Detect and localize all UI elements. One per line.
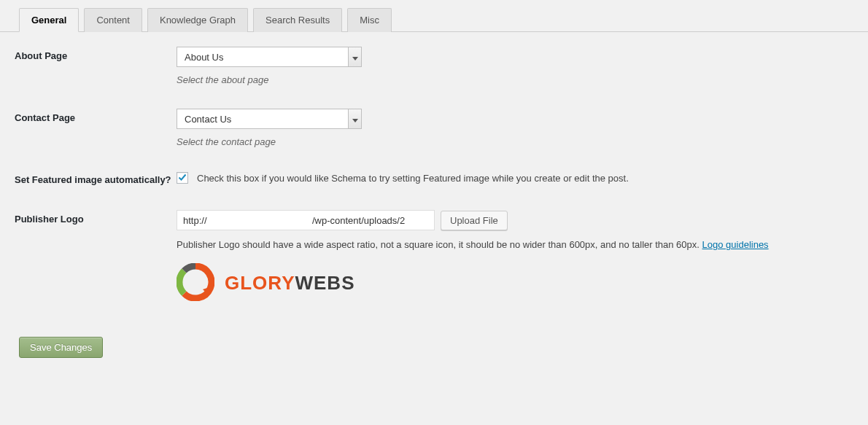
about-page-label: About Page	[15, 47, 177, 63]
contact-page-row: Contact Page Contact Us Select the conta…	[15, 109, 853, 147]
check-icon	[178, 173, 187, 184]
contact-page-dropdown-button[interactable]	[348, 109, 361, 128]
featured-image-description: Check this box if you would like Schema …	[197, 173, 629, 184]
caret-down-icon	[352, 52, 358, 63]
about-page-hint: Select the about page	[177, 74, 853, 85]
publisher-logo-preview: GLORYWEBS	[177, 263, 853, 303]
featured-image-row: Set Featured image automatically? Check …	[15, 171, 853, 187]
contact-page-value: Contact Us	[177, 109, 348, 128]
form-content: About Page About Us Select the about pag…	[0, 32, 868, 373]
tab-general[interactable]: General	[19, 8, 79, 32]
glorywebs-logo-text: GLORYWEBS	[225, 272, 354, 295]
glorywebs-logo-icon	[177, 263, 214, 303]
save-changes-button[interactable]: Save Changes	[19, 337, 103, 358]
about-page-value: About Us	[177, 47, 348, 66]
contact-page-label: Contact Page	[15, 109, 177, 125]
tab-knowledge-graph[interactable]: Knowledge Graph	[147, 8, 248, 32]
tabs: General Content Knowledge Graph Search R…	[0, 0, 868, 32]
about-page-row: About Page About Us Select the about pag…	[15, 47, 853, 85]
save-row: Save Changes	[15, 303, 853, 358]
featured-image-checkbox[interactable]	[177, 172, 188, 184]
tab-content[interactable]: Content	[84, 8, 142, 32]
featured-image-label: Set Featured image automatically?	[15, 171, 177, 187]
publisher-logo-row: Publisher Logo Upload File Publisher Log…	[15, 210, 853, 303]
contact-page-select[interactable]: Contact Us	[177, 109, 362, 129]
publisher-logo-label: Publisher Logo	[15, 210, 177, 226]
caret-down-icon	[352, 114, 358, 125]
tab-misc[interactable]: Misc	[347, 8, 392, 32]
about-page-dropdown-button[interactable]	[348, 47, 361, 66]
contact-page-hint: Select the contact page	[177, 136, 853, 147]
publisher-logo-description: Publisher Logo should have a wide aspect…	[177, 239, 853, 250]
publisher-logo-url-input[interactable]	[177, 210, 435, 230]
about-page-select[interactable]: About Us	[177, 47, 362, 67]
upload-file-button[interactable]: Upload File	[441, 211, 508, 230]
tab-search-results[interactable]: Search Results	[253, 8, 342, 32]
logo-guidelines-link[interactable]: Logo guidelines	[702, 239, 769, 250]
